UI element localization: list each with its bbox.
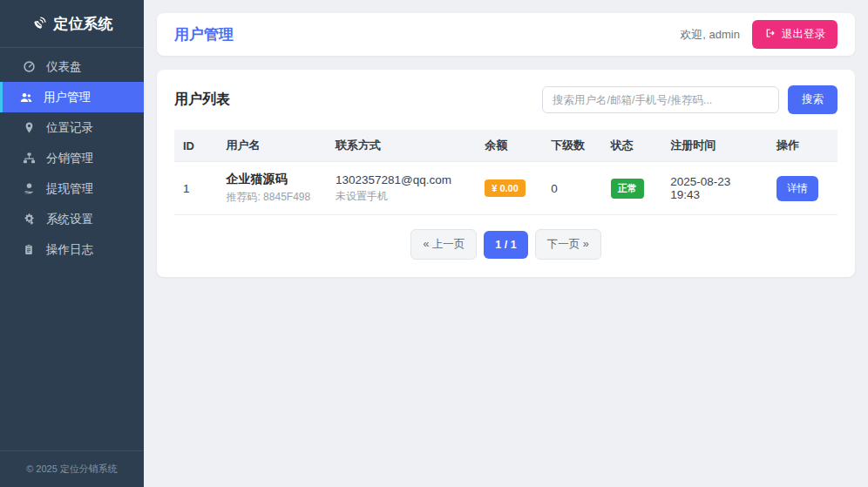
referral-code-text: 推荐码: 8845F498: [226, 190, 318, 205]
col-id: ID: [174, 130, 217, 162]
col-contact: 联系方式: [327, 130, 476, 162]
sidebar-item-label: 位置记录: [46, 120, 93, 136]
cell-id: 1: [174, 162, 217, 215]
sidebar-item-label: 仪表盘: [46, 59, 82, 75]
sidebar-item-logs[interactable]: 操作日志: [0, 234, 144, 265]
col-subordinates: 下级数: [542, 130, 601, 162]
phone-text: 未设置手机: [336, 189, 467, 204]
header-right: 欢迎, admin 退出登录: [680, 20, 837, 49]
col-username: 用户名: [217, 130, 327, 162]
cell-actions: 详情: [768, 162, 837, 215]
sidebar-item-distribution[interactable]: 分销管理: [0, 143, 144, 173]
current-page-indicator: 1 / 1: [484, 231, 527, 259]
sidebar-item-label: 系统设置: [46, 212, 93, 227]
search-input[interactable]: [542, 86, 779, 113]
cell-registered: 2025-08-23 19:43: [661, 162, 768, 215]
search-area: 搜索: [542, 85, 837, 114]
sidebar-item-label: 操作日志: [46, 242, 93, 258]
card-head: 用户列表 搜索: [174, 85, 837, 114]
sidebar-item-withdrawals[interactable]: 提现管理: [0, 173, 144, 204]
email-text: 1302357281@qq.com: [336, 173, 467, 186]
map-marker-icon: [22, 121, 36, 135]
sidebar-item-label: 提现管理: [46, 181, 93, 197]
detail-button[interactable]: 详情: [776, 176, 818, 201]
hand-holding-money-icon: [22, 182, 36, 196]
cell-contact: 1302357281@qq.com 未设置手机: [327, 162, 476, 215]
logout-button[interactable]: 退出登录: [752, 20, 837, 49]
logout-label: 退出登录: [782, 27, 825, 42]
gears-icon: [22, 213, 36, 227]
gauge-icon: [22, 60, 36, 74]
sidebar-item-settings[interactable]: 系统设置: [0, 204, 144, 234]
sidebar-footer: © 2025 定位分销系统: [0, 450, 144, 487]
sidebar-item-dashboard[interactable]: 仪表盘: [0, 51, 144, 82]
sidebar-item-label: 分销管理: [46, 151, 93, 166]
cell-status: 正常: [602, 162, 661, 215]
sidebar-menu: 仪表盘 用户管理 位置记录 分销管理 提现管理: [0, 48, 144, 265]
welcome-text: 欢迎, admin: [680, 27, 740, 43]
col-actions: 操作: [768, 130, 837, 162]
sidebar-item-label: 用户管理: [44, 90, 91, 105]
satellite-dish-icon: [31, 16, 47, 31]
sidebar-item-users[interactable]: 用户管理: [0, 82, 144, 112]
main-area: 用户管理 欢迎, admin 退出登录 用户列表 搜索: [144, 0, 868, 487]
app-title: 定位系统: [54, 14, 113, 34]
pagination: « 上一页 1 / 1 下一页 »: [174, 229, 837, 260]
col-status: 状态: [602, 130, 661, 162]
sitemap-icon: [22, 152, 36, 166]
sign-out-icon: [764, 28, 776, 41]
card-title: 用户列表: [174, 91, 230, 109]
col-registered: 注册时间: [661, 130, 768, 162]
prev-page-button[interactable]: « 上一页: [410, 229, 477, 260]
cell-username: 企业猫源码 推荐码: 8845F498: [217, 162, 327, 215]
col-balance: 余额: [476, 130, 542, 162]
table-row: 1 企业猫源码 推荐码: 8845F498 1302357281@qq.com …: [174, 162, 837, 215]
clipboard-icon: [22, 243, 36, 257]
user-table: ID 用户名 联系方式 余额 下级数 状态 注册时间 操作 1 企业猫源码 推荐…: [174, 130, 837, 215]
page-title: 用户管理: [174, 24, 234, 44]
cell-balance: ¥ 0.00: [476, 162, 542, 215]
username-text: 企业猫源码: [226, 172, 318, 187]
table-header-row: ID 用户名 联系方式 余额 下级数 状态 注册时间 操作: [174, 130, 837, 162]
sidebar-item-locations[interactable]: 位置记录: [0, 112, 144, 143]
search-button[interactable]: 搜索: [788, 85, 837, 114]
page-header: 用户管理 欢迎, admin 退出登录: [157, 13, 855, 56]
sidebar: 定位系统 仪表盘 用户管理 位置记录 分销管理: [0, 0, 144, 487]
app-logo: 定位系统: [0, 0, 144, 48]
balance-badge: ¥ 0.00: [485, 179, 526, 197]
status-badge: 正常: [611, 179, 644, 199]
cell-subordinates: 0: [542, 162, 601, 215]
users-icon: [19, 91, 33, 105]
user-list-card: 用户列表 搜索 ID 用户名 联系方式 余额 下级数 状态 注册时间: [157, 70, 855, 277]
next-page-button[interactable]: 下一页 »: [535, 229, 601, 260]
